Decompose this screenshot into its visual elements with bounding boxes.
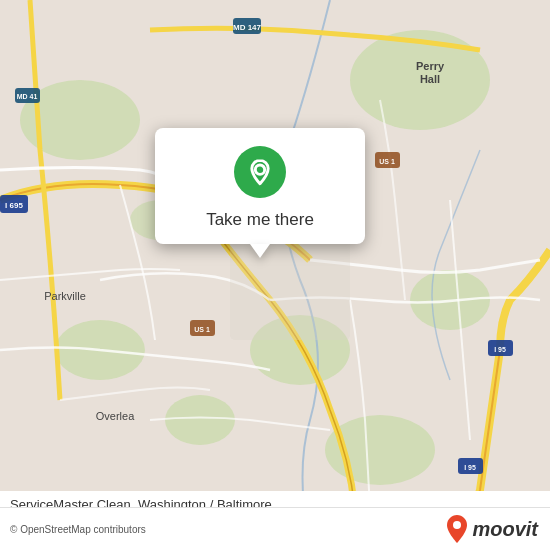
moovit-logo: moovit xyxy=(446,515,538,543)
svg-rect-32 xyxy=(230,240,350,340)
svg-point-33 xyxy=(255,165,264,174)
svg-text:US 1: US 1 xyxy=(194,326,210,333)
map-background: MD 147 MD 41 I 695 US 1 US 1 I 95 I 95 M… xyxy=(0,0,550,550)
svg-text:Hall: Hall xyxy=(420,73,440,85)
svg-text:I 695: I 695 xyxy=(5,201,23,210)
popup-card: Take me there xyxy=(155,128,365,244)
svg-text:I 95: I 95 xyxy=(464,464,476,471)
svg-point-5 xyxy=(165,395,235,445)
location-icon-container xyxy=(234,146,286,198)
svg-text:MD 41: MD 41 xyxy=(17,93,38,100)
location-pin-icon xyxy=(246,158,274,186)
svg-text:Parkville: Parkville xyxy=(44,290,86,302)
osm-attribution: © OpenStreetMap contributors xyxy=(10,524,146,535)
take-me-there-button[interactable]: Take me there xyxy=(206,210,314,230)
map-container: MD 147 MD 41 I 695 US 1 US 1 I 95 I 95 M… xyxy=(0,0,550,550)
svg-text:Perry: Perry xyxy=(416,60,445,72)
svg-text:Overlea: Overlea xyxy=(96,410,135,422)
moovit-brand-text: moovit xyxy=(472,518,538,541)
svg-text:I 95: I 95 xyxy=(494,346,506,353)
svg-text:MD 147: MD 147 xyxy=(233,23,262,32)
bottom-bar: © OpenStreetMap contributors moovit xyxy=(0,507,550,550)
moovit-pin-icon xyxy=(446,515,468,543)
svg-text:US 1: US 1 xyxy=(379,158,395,165)
svg-point-34 xyxy=(453,521,461,529)
